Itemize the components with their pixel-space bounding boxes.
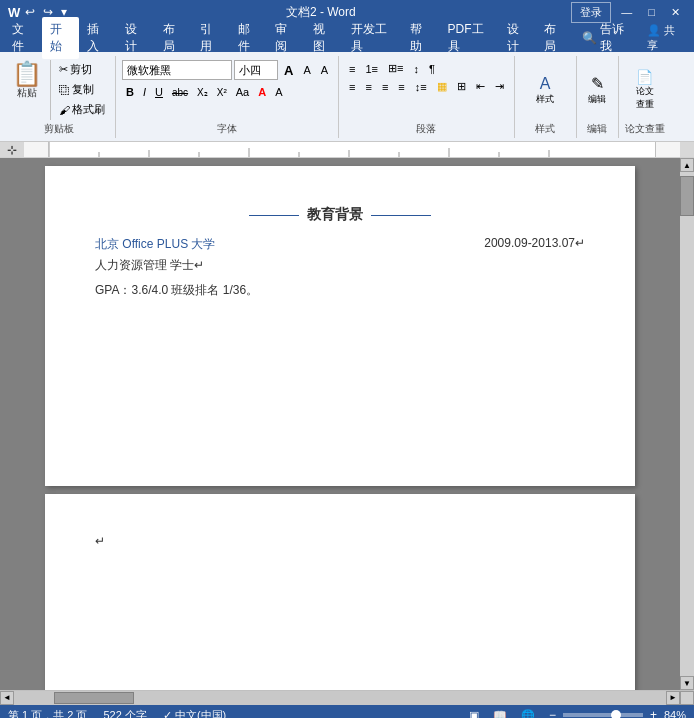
scroll-up-btn[interactable]: ▲ (680, 158, 694, 172)
page-1[interactable]: 教育背景 北京 Office PLUS 大学 2009.09-2013.07↵ … (45, 166, 635, 486)
search-icon: 🔍 (582, 31, 597, 45)
menu-mailings[interactable]: 邮件 (230, 17, 268, 59)
para-marks-btn[interactable]: ¶ (425, 61, 439, 77)
view-web-btn[interactable]: 🌐 (518, 707, 538, 719)
divider (50, 60, 51, 120)
font-size-input[interactable] (234, 60, 278, 80)
zoom-in-btn[interactable]: + (647, 706, 660, 718)
copy-button[interactable]: ⿻ 复制 (55, 80, 109, 99)
underline-btn[interactable]: U (151, 84, 167, 100)
edu-period: 2009.09-2013.07↵ (484, 236, 585, 250)
h-scroll-track[interactable] (14, 691, 666, 705)
menu-review[interactable]: 审阅 (267, 17, 305, 59)
shrink-font-btn[interactable]: A (299, 62, 314, 78)
bold-btn[interactable]: B (122, 84, 138, 100)
check-mark-icon: ✓ (163, 709, 172, 719)
scroll-corner (680, 691, 694, 705)
papercheck-btn[interactable]: 📄 论文查重 (631, 67, 659, 113)
highlight-btn[interactable]: A (271, 84, 286, 100)
zoom-slider[interactable] (563, 713, 643, 717)
papercheck-group: 📄 论文查重 论文查重 (621, 56, 671, 138)
menu-layout[interactable]: 布局 (155, 17, 193, 59)
font-group: A A A B I U abc X₂ X² Aa A A 字体 (118, 56, 339, 138)
superscript-btn[interactable]: X² (213, 85, 231, 100)
h-scroll-thumb[interactable] (54, 692, 134, 704)
ruler-right (680, 142, 694, 157)
menu-view[interactable]: 视图 (305, 17, 343, 59)
justify-btn[interactable]: ≡ (394, 79, 408, 95)
styles-icon: A (540, 75, 551, 93)
indent-dec-btn[interactable]: ⇤ (472, 78, 489, 95)
editing-btn[interactable]: ✎ 编辑 (583, 72, 611, 108)
menu-design2[interactable]: 设计 (499, 17, 537, 59)
zoom-control: − + 84% (546, 706, 686, 718)
menu-layout2[interactable]: 布局 (536, 17, 574, 59)
share-btn[interactable]: 👤 共享 (639, 19, 690, 57)
scroll-left-btn[interactable]: ◄ (0, 691, 14, 705)
scroll-track[interactable] (680, 172, 694, 676)
menu-file[interactable]: 文件 (4, 17, 42, 59)
ruler-marks (49, 142, 655, 157)
clipboard-label: 剪贴板 (44, 122, 74, 136)
menu-insert[interactable]: 插入 (79, 17, 117, 59)
menu-help[interactable]: 帮助 (402, 17, 440, 59)
document-area: 教育背景 北京 Office PLUS 大学 2009.09-2013.07↵ … (0, 158, 694, 690)
paste-icon: 📋 (12, 62, 42, 86)
page-2[interactable]: ↵ (45, 494, 635, 690)
font-color-btn[interactable]: A (254, 84, 270, 100)
zoom-out-btn[interactable]: − (546, 706, 559, 718)
sort-btn[interactable]: ↕ (409, 61, 423, 77)
scroll-right-btn[interactable]: ► (666, 691, 680, 705)
styles-gallery-btn[interactable]: A 样式 (531, 73, 559, 108)
align-left-btn[interactable]: ≡ (345, 79, 359, 95)
papercheck-label: 论文查重 (625, 122, 665, 136)
document-scroll[interactable]: 教育背景 北京 Office PLUS 大学 2009.09-2013.07↵ … (0, 158, 680, 690)
align-center-btn[interactable]: ≡ (362, 79, 376, 95)
italic-btn[interactable]: I (139, 84, 150, 100)
v-scrollbar: ▲ ▼ (680, 158, 694, 690)
scroll-down-btn[interactable]: ▼ (680, 676, 694, 690)
menu-home[interactable]: 开始 (42, 17, 80, 59)
menu-design[interactable]: 设计 (117, 17, 155, 59)
scroll-thumb[interactable] (680, 176, 694, 216)
check-icon: 📄 (636, 69, 653, 85)
menu-developer[interactable]: 开发工具 (343, 17, 402, 59)
format-painter-button[interactable]: 🖌 格式刷 (55, 100, 109, 119)
status-bar: 第 1 页，共 2 页 522 个字 ✓ 中文(中国) ▣ 📖 🌐 − + 84… (0, 704, 694, 718)
section-title-text: 教育背景 (307, 206, 363, 224)
maximize-btn[interactable]: □ (642, 4, 661, 20)
view-read-btn[interactable]: 📖 (490, 707, 510, 719)
section-title: 教育背景 (95, 206, 585, 224)
strikethrough-btn[interactable]: abc (168, 85, 192, 100)
copy-icon: ⿻ (59, 84, 70, 96)
ruler-corner[interactable]: ⊹ (0, 142, 24, 157)
h-scrollbar: ◄ ► (0, 690, 694, 704)
paste-button[interactable]: 📋 粘贴 (8, 60, 46, 114)
menu-pdf[interactable]: PDF工具 (440, 17, 499, 59)
bullets-btn[interactable]: ≡ (345, 61, 359, 77)
ribbon: 📋 粘贴 ✂ 剪切 ⿻ 复制 🖌 格式刷 剪贴板 (0, 52, 694, 142)
cut-button[interactable]: ✂ 剪切 (55, 60, 109, 79)
font-name-input[interactable] (122, 60, 232, 80)
view-normal-btn[interactable]: ▣ (466, 707, 482, 719)
menu-tellme[interactable]: 🔍 告诉我 (574, 17, 639, 59)
grow-font-btn[interactable]: A (280, 61, 297, 80)
menu-references[interactable]: 引用 (192, 17, 230, 59)
borders-btn[interactable]: ⊞ (453, 78, 470, 95)
align-right-btn[interactable]: ≡ (378, 79, 392, 95)
clear-format-btn[interactable]: A (317, 62, 332, 78)
close-btn[interactable]: ✕ (665, 4, 686, 21)
edu-degree: 人力资源管理 学士↵ (95, 257, 585, 274)
word-count: 522 个字 (103, 708, 146, 719)
change-case-btn[interactable]: Aa (232, 84, 253, 100)
subscript-btn[interactable]: X₂ (193, 85, 212, 100)
line-spacing-btn[interactable]: ↕≡ (411, 79, 431, 95)
paragraph-group: ≡ 1≡ ⊞≡ ↕ ¶ ≡ ≡ ≡ ≡ ↕≡ ▦ ⊞ ⇤ ⇥ 段落 (341, 56, 515, 138)
page2-content: ↵ (95, 534, 585, 548)
indent-inc-btn[interactable]: ⇥ (491, 78, 508, 95)
shading-btn[interactable]: ▦ (433, 78, 451, 95)
numbering-btn[interactable]: 1≡ (362, 61, 383, 77)
scissors-icon: ✂ (59, 63, 68, 76)
format-painter-icon: 🖌 (59, 104, 70, 116)
multilevel-btn[interactable]: ⊞≡ (384, 60, 407, 77)
